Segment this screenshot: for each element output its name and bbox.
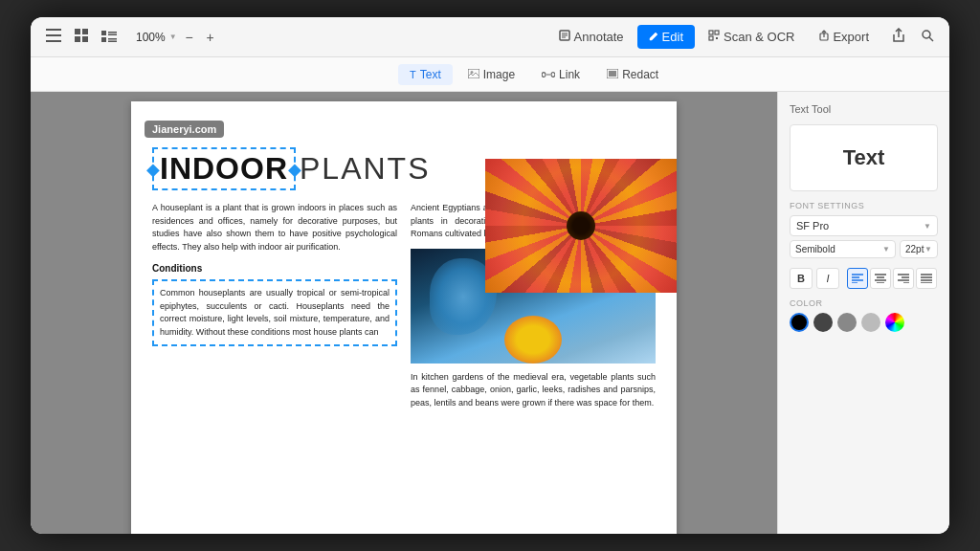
zoom-chevron-icon: ▼ [169, 33, 177, 41]
svg-rect-25 [468, 69, 479, 78]
conditions-heading: Conditions [152, 263, 397, 274]
image-tool-icon [468, 68, 479, 81]
left-column: A houseplant is a plant that is grown in… [152, 202, 397, 409]
device-frame: 100% ▼ − + Annotate Edi [31, 17, 949, 534]
font-family-dropdown[interactable]: SF Pro ▼ [790, 215, 938, 236]
text-preview-label: Text [843, 145, 885, 170]
font-family-chevron-icon: ▼ [924, 222, 931, 231]
color-gray[interactable] [837, 313, 857, 332]
red-flower-image [485, 159, 677, 293]
app-window: 100% ▼ − + Annotate Edi [31, 17, 949, 534]
format-row: B I [790, 268, 938, 289]
bold-button[interactable]: B [790, 268, 813, 289]
share-button[interactable] [888, 24, 909, 51]
zoom-level: 100% [136, 31, 166, 44]
svg-point-23 [923, 31, 930, 38]
link-tool-button[interactable]: Link [530, 64, 591, 85]
link-tool-label: Link [559, 68, 580, 81]
svg-rect-4 [82, 29, 88, 34]
text-tool-label: Text [420, 68, 441, 81]
svg-rect-7 [101, 31, 106, 35]
font-size-chevron-icon: ▼ [924, 245, 932, 253]
color-section: COLOR [790, 298, 938, 332]
export-label: Export [833, 30, 869, 44]
color-light-gray[interactable] [861, 313, 880, 332]
svg-rect-10 [101, 37, 106, 42]
export-button[interactable]: Export [808, 25, 880, 49]
zoom-minus-button[interactable]: − [181, 29, 198, 46]
pdf-page: Jianeryi.com ◆ INDOOR ◆ PLANTS ◆ [131, 101, 677, 534]
svg-rect-12 [108, 40, 117, 42]
grid-view-button[interactable] [71, 25, 92, 50]
scan-ocr-label: Scan & OCR [724, 30, 794, 44]
svg-rect-17 [709, 31, 713, 34]
italic-button[interactable]: I [816, 268, 839, 289]
font-family-value: SF Pro [796, 220, 829, 231]
edit-button[interactable]: Edit [637, 25, 695, 49]
color-black[interactable] [790, 313, 809, 332]
conditions-box: Common houseplants are usually tropical … [152, 279, 397, 346]
color-row [790, 313, 938, 332]
pdf-area: Jianeryi.com ◆ INDOOR ◆ PLANTS ◆ [31, 92, 777, 534]
font-size-value: 22pt [905, 244, 924, 254]
svg-rect-2 [46, 40, 61, 42]
image-tool-button[interactable]: Image [457, 64, 526, 85]
edit-icon [649, 30, 658, 44]
right-panel: Text Tool Text FONT SETTINGS SF Pro ▼ [777, 92, 949, 534]
align-left-button[interactable] [847, 268, 868, 289]
conditions-text: Common houseplants are usually tropical … [160, 287, 390, 339]
title-deco-left: ◆ [146, 159, 160, 180]
redact-tool-icon [607, 68, 618, 81]
link-tool-icon [542, 68, 555, 81]
color-dark-gray[interactable] [813, 313, 833, 332]
zoom-control: 100% ▼ − + [136, 29, 219, 46]
body-text-right-2: In kitchen gardens of the medieval era, … [411, 371, 656, 410]
color-label: COLOR [790, 298, 938, 308]
annotate-button[interactable]: Annotate [547, 25, 635, 49]
text-tool-icon: T [410, 69, 416, 80]
toolbar-center: Annotate Edit Scan & OCR [547, 25, 880, 49]
font-size-dropdown[interactable]: 22pt ▼ [900, 240, 938, 258]
svg-rect-29 [609, 71, 616, 77]
svg-rect-11 [108, 38, 117, 40]
edit-label: Edit [662, 30, 683, 44]
title-indoor: INDOOR [160, 151, 288, 186]
search-button[interactable] [917, 25, 938, 50]
title-plants: PLANTS [300, 151, 430, 187]
watermark-label: Jianeryi.com [145, 121, 224, 138]
scan-ocr-button[interactable]: Scan & OCR [697, 25, 806, 49]
text-tool-button[interactable]: T Text [398, 64, 453, 85]
redact-tool-button[interactable]: Redact [595, 64, 670, 85]
font-settings-section: FONT SETTINGS SF Pro ▼ Semibold ▼ [790, 201, 938, 258]
svg-rect-5 [75, 36, 80, 42]
align-justify-button[interactable] [916, 268, 937, 289]
font-settings-label: FONT SETTINGS [790, 201, 938, 210]
red-flower-container [485, 159, 677, 293]
annotate-label: Annotate [574, 30, 624, 44]
svg-rect-9 [108, 33, 117, 35]
svg-rect-20 [716, 37, 718, 39]
title-selection-box[interactable]: ◆ INDOOR ◆ [152, 147, 296, 190]
svg-line-24 [929, 37, 933, 41]
align-right-button[interactable] [893, 268, 914, 289]
font-style-chevron-icon: ▼ [882, 245, 890, 253]
svg-rect-3 [75, 29, 80, 34]
svg-rect-18 [715, 31, 719, 34]
align-row [847, 268, 937, 289]
sidebar-toggle-button[interactable] [42, 25, 65, 50]
svg-rect-1 [46, 34, 61, 36]
align-center-button[interactable] [870, 268, 891, 289]
zoom-plus-button[interactable]: + [202, 29, 219, 46]
svg-rect-8 [108, 32, 117, 33]
annotate-icon [559, 30, 570, 44]
redact-tool-label: Redact [622, 68, 658, 81]
scan-icon [708, 30, 720, 44]
font-style-dropdown[interactable]: Semibold ▼ [790, 240, 896, 258]
toolbar-right [888, 24, 938, 51]
svg-rect-6 [82, 36, 88, 42]
toolbar: 100% ▼ − + Annotate Edi [31, 17, 949, 57]
sub-toolbar: T Text Image Link Redact [31, 57, 949, 92]
export-icon [819, 30, 829, 44]
list-view-button[interactable] [98, 25, 121, 50]
color-spectrum[interactable] [885, 313, 904, 332]
